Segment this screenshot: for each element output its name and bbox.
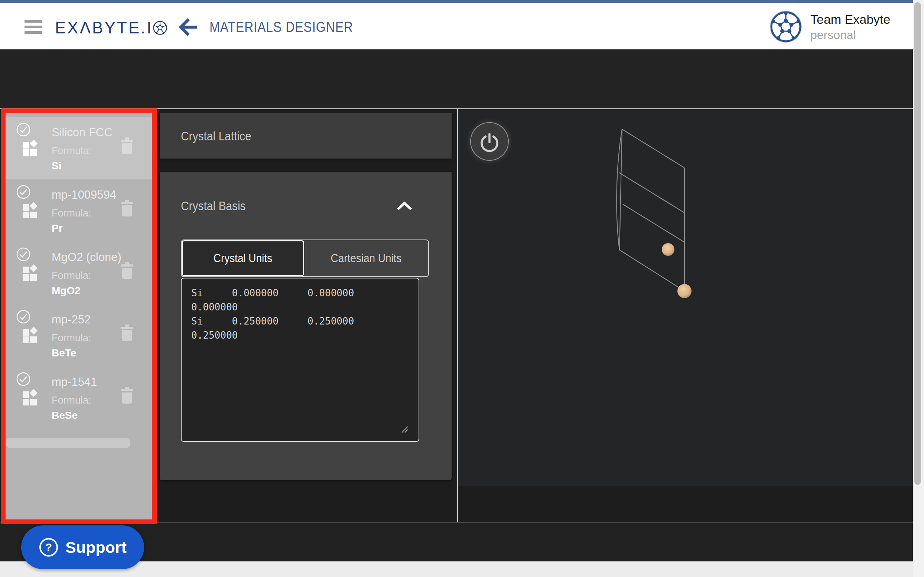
account-name: Team Exabyte [810,11,890,27]
crystal-lattice-title: Crystal Lattice [181,129,261,143]
power-icon [479,131,500,152]
svg-text:?: ? [45,541,52,553]
logo-text: EXΛBYTE.I [55,19,153,37]
crystal-lattice-header[interactable]: Crystal Lattice [160,113,452,158]
avatar [769,10,802,43]
tab-crystal-units[interactable]: Crystal Units [182,240,304,276]
back-arrow-icon[interactable] [177,16,199,38]
page-bottom-strip [0,561,924,577]
account-plan: personal [810,27,890,42]
crystal-wireframe [594,122,706,301]
atom-si-1 [662,243,674,256]
power-button[interactable] [470,122,509,161]
structure-viewport[interactable] [458,109,913,486]
crystal-basis-title: Crystal Basis [181,199,255,213]
support-button[interactable]: ? Support [21,525,144,569]
page-scrollbar-thumb[interactable] [914,2,921,485]
app-header: EXΛBYTE.I [0,3,913,49]
basis-coordinates-textarea[interactable]: Si 0.000000 0.000000 0.000000 Si 0.25000… [181,278,419,442]
crystal-basis-panel: Crystal Basis Crystal Units Cartesian Un… [160,172,452,480]
chevron-up-icon[interactable] [396,201,413,211]
support-label: Support [65,538,127,556]
account-widget[interactable]: Team Exabyte personal [769,10,890,43]
units-tabs: Crystal Units Cartesian Units [181,240,429,277]
logo-ball-icon [153,21,168,35]
tab-cartesian-units[interactable]: Cartesian Units [304,240,428,276]
menu-bar: INPUT/OUTPUT EDIT VIEW ADVANCED HELP [0,49,913,108]
materials-designer-app: EXΛBYTE.I [0,0,924,577]
annotation-highlight-box [1,108,157,524]
page-title: MATERIALS DESIGNER [210,19,373,35]
hamburger-menu-icon[interactable] [24,20,42,34]
atom-si-2 [677,284,692,298]
exabyte-logo[interactable]: EXΛBYTE.I [55,16,168,39]
top-accent-strip [0,0,924,3]
question-circle-icon: ? [39,537,59,557]
